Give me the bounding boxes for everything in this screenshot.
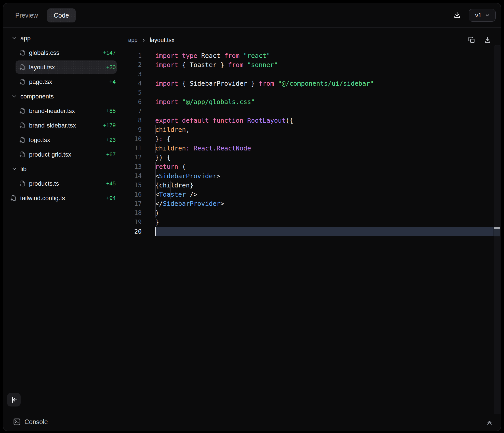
line-number: 9 xyxy=(121,126,142,133)
code-line-content: }: { xyxy=(155,134,494,144)
tree-item-app[interactable]: app xyxy=(3,31,121,45)
token-pl: { xyxy=(163,135,170,143)
download-file-button[interactable] xyxy=(483,35,493,45)
tree-item-product-grid-tsx[interactable]: product-grid.tsx+67 xyxy=(3,147,121,162)
chevron-down-icon xyxy=(11,166,18,172)
collapse-sidebar-button[interactable] xyxy=(7,393,21,406)
code-editor[interactable]: 1import type React from "react"2import {… xyxy=(121,51,494,236)
indent-guide xyxy=(163,190,163,199)
indent-guide xyxy=(163,181,163,190)
tree-item-label: page.tsx xyxy=(29,78,52,85)
code-line-content: import { SidebarProvider } from "@/compo… xyxy=(155,79,494,88)
editor-lines: 1import type React from "react"2import {… xyxy=(121,51,494,236)
code-line-content: <Toaster /> xyxy=(155,190,494,199)
scrollbar-thumb[interactable] xyxy=(494,227,500,229)
tree-item-globals-css[interactable]: globals.css+147 xyxy=(3,45,121,60)
download-button[interactable] xyxy=(452,10,462,20)
copy-code-button[interactable] xyxy=(467,35,476,45)
diff-added-count: +85 xyxy=(106,108,116,114)
version-label: v1 xyxy=(475,12,482,19)
line-number: 8 xyxy=(121,117,142,124)
line-number: 11 xyxy=(121,145,142,152)
token-pl: > xyxy=(217,172,220,180)
tree-item-components[interactable]: components xyxy=(3,89,121,104)
code-line-8[interactable]: 8export default function RootLayout({ xyxy=(121,116,494,125)
console-bar[interactable]: Console xyxy=(3,413,501,431)
code-line-16[interactable]: 16 <Toaster /> xyxy=(121,190,494,199)
file-tree-sidebar: appglobals.css+147layout.tsx+20page.tsx+… xyxy=(3,28,121,413)
file-plus-icon xyxy=(19,64,26,71)
token-kw: import xyxy=(155,98,178,106)
code-line-5[interactable]: 5 xyxy=(121,88,494,97)
console-label: Console xyxy=(24,418,48,426)
tree-item-layout-tsx[interactable]: layout.tsx+20 xyxy=(3,60,121,74)
tree-item-logo-tsx[interactable]: logo.tsx+23 xyxy=(3,133,121,147)
token-pl: < xyxy=(155,191,159,198)
token-kw: import xyxy=(155,61,178,69)
breadcrumb-folder[interactable]: app xyxy=(128,37,138,43)
token-pl: ({ xyxy=(286,117,293,124)
file-plus-icon xyxy=(19,136,26,143)
tab-preview[interactable]: Preview xyxy=(12,9,42,22)
code-panel-card: Preview Code v1 appglobals.css+147layout… xyxy=(3,3,501,431)
line-number: 2 xyxy=(121,61,142,68)
code-line-14[interactable]: 14 <SidebarProvider> xyxy=(121,171,494,181)
token-fn: React.ReactNode xyxy=(194,145,251,152)
token-pl: { SidebarProvider } xyxy=(178,80,259,87)
code-line-10[interactable]: 10}: { xyxy=(121,134,494,144)
chevron-down-icon xyxy=(11,93,18,99)
diff-added-count: +4 xyxy=(109,79,116,85)
token-kw: default xyxy=(182,117,213,124)
code-line-13[interactable]: 13 return ( xyxy=(121,162,494,171)
token-fn: RootLayout xyxy=(247,117,286,124)
version-dropdown[interactable]: v1 xyxy=(469,9,496,22)
tree-item-label: tailwind.config.ts xyxy=(20,195,65,202)
tab-code[interactable]: Code xyxy=(47,8,76,22)
code-line-2[interactable]: 2import { Toaster } from "sonner" xyxy=(121,60,494,69)
token-kw: : xyxy=(186,145,190,152)
tree-item-brand-sidebar-tsx[interactable]: brand-sidebar.tsx+179 xyxy=(3,118,121,133)
token-pl: React xyxy=(201,52,224,59)
indent-guide xyxy=(155,181,156,190)
code-line-9[interactable]: 9 children, xyxy=(121,125,494,134)
code-line-11[interactable]: 11 children: React.ReactNode xyxy=(121,144,494,153)
line-number: 15 xyxy=(121,182,142,189)
token-kw: type xyxy=(182,52,201,59)
indent-guide xyxy=(155,162,156,171)
breadcrumb: app layout.tsx xyxy=(121,28,501,51)
indent-guide xyxy=(155,144,156,153)
line-number: 5 xyxy=(121,89,142,96)
code-line-4[interactable]: 4import { SidebarProvider } from "@/comp… xyxy=(121,79,494,88)
code-line-15[interactable]: 15 {children} xyxy=(121,181,494,190)
file-plus-icon xyxy=(19,180,26,187)
editor-scrollbar[interactable] xyxy=(494,45,500,414)
tree-item-lib[interactable]: lib xyxy=(3,162,121,176)
expand-console-button[interactable] xyxy=(484,417,495,427)
code-line-6[interactable]: 6import "@/app/globals.css" xyxy=(121,97,494,106)
token-str: "react" xyxy=(243,52,270,59)
code-line-1[interactable]: 1import type React from "react" xyxy=(121,51,494,60)
file-plus-icon xyxy=(10,195,17,201)
code-line-18[interactable]: 18 ) xyxy=(121,208,494,218)
line-number: 18 xyxy=(121,209,142,216)
tree-item-tailwind-config-ts[interactable]: tailwind.config.ts+94 xyxy=(3,191,121,205)
diff-added-count: +67 xyxy=(106,151,116,158)
tree-item-label: globals.css xyxy=(29,49,59,56)
file-plus-icon xyxy=(19,49,26,56)
code-line-3[interactable]: 3 xyxy=(121,70,494,79)
token-kw: from xyxy=(259,80,274,87)
indent-guide xyxy=(155,208,156,218)
tree-item-label: logo.tsx xyxy=(29,136,50,144)
code-line-19[interactable]: 19} xyxy=(121,218,494,227)
code-line-7[interactable]: 7 xyxy=(121,107,494,116)
tree-item-page-tsx[interactable]: page.tsx+4 xyxy=(3,74,121,89)
tree-item-brand-header-tsx[interactable]: brand-header.tsx+85 xyxy=(3,104,121,118)
code-line-12[interactable]: 12}) { xyxy=(121,153,494,162)
token-tag: SidebarProvider xyxy=(163,200,220,207)
token-pl: ( xyxy=(178,163,186,170)
code-line-20[interactable]: 20 xyxy=(121,227,494,236)
code-line-17[interactable]: 17 </SidebarProvider> xyxy=(121,199,494,208)
tree-item-products-ts[interactable]: products.ts+45 xyxy=(3,176,121,191)
code-line-content: export default function RootLayout({ xyxy=(155,116,494,125)
code-line-content: children, xyxy=(155,125,494,134)
